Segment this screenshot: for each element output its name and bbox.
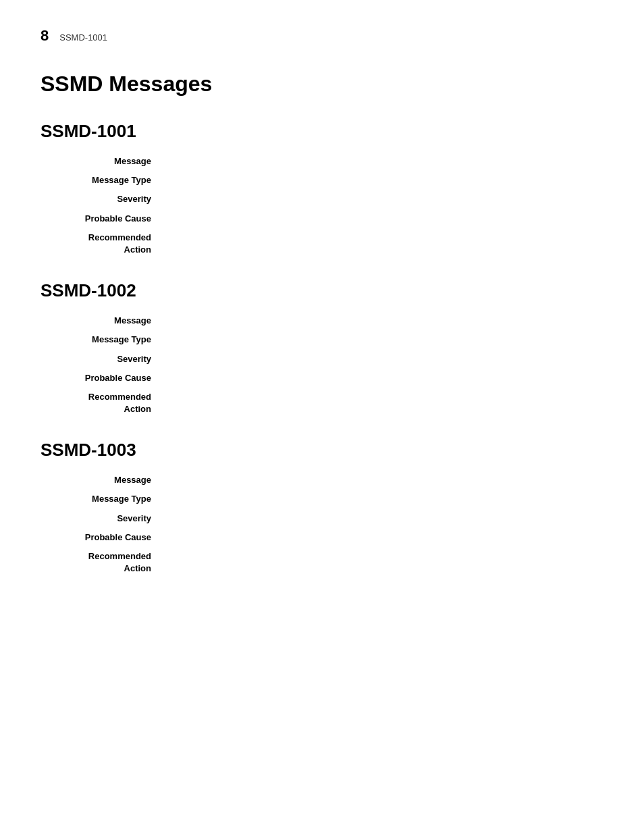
- field-label-ssmd-1001-3: Probable Cause: [54, 213, 162, 225]
- page-number: 8: [41, 27, 49, 45]
- field-value-ssmd-1002-3: [162, 372, 603, 384]
- field-row-ssmd-1003-4: RecommendedAction: [41, 550, 603, 575]
- page-header: 8 SSMD-1001: [41, 27, 603, 45]
- section-title-ssmd-1003: SSMD-1003: [41, 440, 603, 461]
- field-value-ssmd-1002-2: [162, 353, 603, 365]
- field-label-ssmd-1002-2: Severity: [54, 353, 162, 365]
- section-title-ssmd-1002: SSMD-1002: [41, 280, 603, 301]
- field-label-ssmd-1002-0: Message: [54, 315, 162, 327]
- field-row-ssmd-1001-4: RecommendedAction: [41, 232, 603, 256]
- field-label-ssmd-1003-4: RecommendedAction: [54, 550, 162, 575]
- field-row-ssmd-1002-4: RecommendedAction: [41, 391, 603, 415]
- field-value-ssmd-1003-3: [162, 531, 603, 544]
- field-value-ssmd-1002-0: [162, 315, 603, 327]
- field-label-ssmd-1001-4: RecommendedAction: [54, 232, 162, 256]
- section-ssmd-1003: SSMD-1003MessageMessage TypeSeverityProb…: [41, 440, 603, 575]
- field-value-ssmd-1001-1: [162, 174, 603, 186]
- field-row-ssmd-1003-0: Message: [41, 474, 603, 486]
- field-row-ssmd-1001-0: Message: [41, 155, 603, 167]
- field-label-ssmd-1001-2: Severity: [54, 193, 162, 205]
- field-label-ssmd-1003-0: Message: [54, 474, 162, 486]
- field-value-ssmd-1001-0: [162, 155, 603, 167]
- field-value-ssmd-1002-4: [162, 391, 603, 415]
- field-value-ssmd-1001-4: [162, 232, 603, 256]
- field-row-ssmd-1003-3: Probable Cause: [41, 531, 603, 544]
- field-row-ssmd-1001-3: Probable Cause: [41, 213, 603, 225]
- field-row-ssmd-1002-3: Probable Cause: [41, 372, 603, 384]
- field-label-ssmd-1001-0: Message: [54, 155, 162, 167]
- field-value-ssmd-1003-0: [162, 474, 603, 486]
- section-title-ssmd-1001: SSMD-1001: [41, 121, 603, 142]
- page-id: SSMD-1001: [59, 32, 107, 43]
- field-label-ssmd-1001-1: Message Type: [54, 174, 162, 186]
- field-label-ssmd-1003-2: Severity: [54, 513, 162, 525]
- field-label-ssmd-1002-4: RecommendedAction: [54, 391, 162, 415]
- field-value-ssmd-1001-2: [162, 193, 603, 205]
- field-label-ssmd-1003-3: Probable Cause: [54, 531, 162, 544]
- field-value-ssmd-1003-4: [162, 550, 603, 575]
- field-label-ssmd-1003-1: Message Type: [54, 493, 162, 505]
- field-row-ssmd-1003-1: Message Type: [41, 493, 603, 505]
- field-value-ssmd-1002-1: [162, 334, 603, 346]
- field-value-ssmd-1001-3: [162, 213, 603, 225]
- field-value-ssmd-1003-2: [162, 513, 603, 525]
- page-title: SSMD Messages: [41, 72, 603, 97]
- field-label-ssmd-1002-3: Probable Cause: [54, 372, 162, 384]
- field-row-ssmd-1003-2: Severity: [41, 513, 603, 525]
- field-row-ssmd-1002-2: Severity: [41, 353, 603, 365]
- field-row-ssmd-1002-1: Message Type: [41, 334, 603, 346]
- section-ssmd-1001: SSMD-1001MessageMessage TypeSeverityProb…: [41, 121, 603, 256]
- field-label-ssmd-1002-1: Message Type: [54, 334, 162, 346]
- sections-container: SSMD-1001MessageMessage TypeSeverityProb…: [41, 121, 603, 575]
- field-value-ssmd-1003-1: [162, 493, 603, 505]
- field-row-ssmd-1001-1: Message Type: [41, 174, 603, 186]
- section-ssmd-1002: SSMD-1002MessageMessage TypeSeverityProb…: [41, 280, 603, 415]
- field-row-ssmd-1002-0: Message: [41, 315, 603, 327]
- field-row-ssmd-1001-2: Severity: [41, 193, 603, 205]
